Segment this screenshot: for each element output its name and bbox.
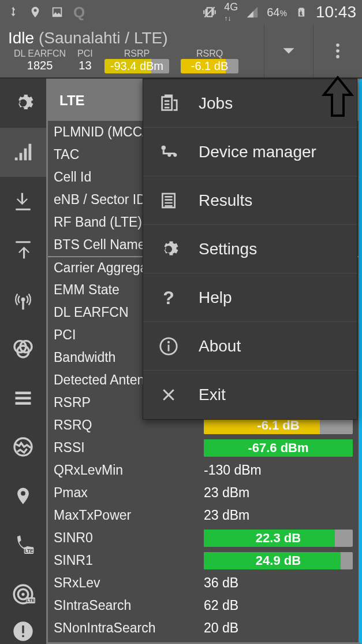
svg-rect-25	[168, 345, 170, 351]
annotation-arrow-icon	[320, 75, 355, 121]
sidebar-item-antenna[interactable]	[0, 275, 46, 324]
chevron-down-icon	[278, 40, 300, 62]
data-row: QRxLevMin-130 dBm	[48, 459, 359, 482]
row-value: 20 dB	[204, 620, 353, 636]
sidebar-item-upload[interactable]	[0, 226, 46, 275]
svg-text:?: ?	[163, 288, 174, 307]
menu-item-exit[interactable]: Exit	[143, 371, 357, 419]
menu-item-help[interactable]: ?Help	[143, 273, 357, 322]
gear-icon	[12, 92, 34, 114]
sidebar-item-pin[interactable]	[0, 472, 46, 521]
q-icon: Q	[72, 5, 87, 20]
sidebar-item-alert[interactable]	[0, 619, 46, 644]
menu-item-results[interactable]: Results	[143, 176, 357, 225]
row-label: SNonIntraSearch	[54, 620, 204, 636]
metric-rsrq: RSRQ -6.1 dB	[175, 49, 244, 73]
row-value: 62 dB	[204, 598, 353, 613]
app-header: Idle (Saunalahti / LTE) DL EARFCN 1825 P…	[0, 24, 362, 79]
signal-icon	[245, 5, 260, 20]
sidebar-item-settings[interactable]	[0, 79, 46, 128]
overflow-menu-button[interactable]	[313, 24, 362, 77]
svg-point-12	[21, 593, 24, 596]
menu-item-label: Device manager	[199, 143, 316, 161]
row-value: 36 dB	[204, 575, 353, 591]
row-label: SINR0	[54, 530, 204, 546]
sidebar-item-download[interactable]	[0, 177, 46, 226]
metric-earfcn: DL EARFCN 1825	[8, 49, 72, 73]
metric-rsrp: RSRP -93.4 dBm	[99, 49, 175, 73]
sidebar-item-signal[interactable]	[0, 128, 46, 177]
row-value: 23 dBm	[204, 485, 353, 501]
statusbar: Q 4G↑↓ 64% 10:43	[0, 0, 362, 24]
location-icon	[28, 5, 43, 20]
expand-button[interactable]	[264, 24, 313, 77]
tab-title: LTE	[59, 92, 85, 109]
data-row: SINR124.9 dB	[48, 549, 359, 572]
row-value: -130 dBm	[204, 462, 353, 478]
battery-icon	[294, 5, 309, 20]
sidebar: LTE LTE	[0, 79, 46, 644]
bar-text: -67.6 dBm	[248, 441, 308, 456]
sidebar-item-venn[interactable]	[0, 324, 46, 373]
usb-icon	[6, 5, 21, 20]
upload-icon	[12, 239, 34, 261]
clock: 10:43	[316, 3, 356, 21]
alert-icon	[12, 620, 35, 643]
phone-lte-icon: LTE	[12, 534, 35, 557]
svg-text:LTE: LTE	[27, 598, 35, 603]
data-row: SINR022.3 dB	[48, 527, 359, 549]
menu-item-label: Settings	[199, 240, 257, 258]
row-value: 23 dBm	[204, 508, 353, 523]
sidebar-item-target[interactable]: LTE	[0, 570, 46, 619]
menu-item-settings[interactable]: Settings	[143, 225, 357, 273]
menu-item-label: Results	[199, 191, 252, 210]
row-label: SRxLev	[54, 575, 204, 591]
svg-rect-17	[22, 635, 24, 637]
help-icon: ?	[157, 286, 180, 309]
battery-text: 64%	[267, 6, 287, 19]
svg-point-2	[336, 49, 339, 53]
bar-text: 22.3 dB	[256, 531, 301, 546]
value-bar: -67.6 dBm	[204, 439, 353, 457]
about-icon	[157, 335, 180, 358]
device-icon	[157, 140, 180, 164]
row-label: RSSI	[54, 440, 204, 456]
header-title: Idle (Saunalahti / LTE)	[8, 29, 256, 47]
target-icon: LTE	[11, 582, 35, 606]
settings-icon	[157, 238, 180, 261]
sidebar-item-globe[interactable]	[0, 423, 46, 472]
menu-item-device[interactable]: Device manager	[143, 128, 357, 176]
globe-icon	[12, 435, 35, 458]
data-row: MaxTxPower23 dBm	[48, 504, 359, 527]
carrier-info: (Saunalahti / LTE)	[39, 29, 168, 47]
svg-point-18	[162, 145, 166, 150]
header-metrics: DL EARFCN 1825 PCI 13 RSRP -93.4 dBm RSR…	[8, 49, 256, 73]
sidebar-item-call-lte[interactable]: LTE	[0, 521, 46, 570]
menu-item-label: Jobs	[199, 94, 233, 113]
connection-state: Idle	[8, 29, 34, 47]
bar-text: -6.1 dB	[257, 418, 299, 433]
data-row: Pmax23 dBm	[48, 482, 359, 504]
data-row: SRxLev36 dB	[48, 572, 359, 594]
more-vert-icon	[328, 41, 348, 61]
results-icon	[157, 189, 180, 212]
venn-icon	[12, 337, 35, 360]
list-icon	[13, 387, 33, 408]
antenna-icon	[11, 287, 35, 312]
menu-item-label: About	[199, 337, 241, 356]
value-bar: 22.3 dB	[204, 530, 353, 547]
svg-point-24	[167, 340, 170, 343]
row-label: SIntraSearch	[54, 598, 204, 613]
row-label: MaxTxPower	[54, 508, 204, 523]
sidebar-item-list[interactable]	[0, 373, 46, 423]
vibrate-icon	[202, 5, 217, 20]
menu-item-about[interactable]: About	[143, 322, 357, 371]
row-label: SINR1	[54, 553, 204, 568]
download-icon	[12, 190, 34, 212]
svg-point-1	[336, 43, 339, 47]
signal-bars-icon	[12, 141, 34, 163]
metric-pci: PCI 13	[72, 49, 99, 73]
menu-item-label: Help	[199, 288, 232, 307]
data-row: SNonIntraSearch20 dB	[48, 617, 359, 639]
image-icon	[50, 5, 65, 20]
